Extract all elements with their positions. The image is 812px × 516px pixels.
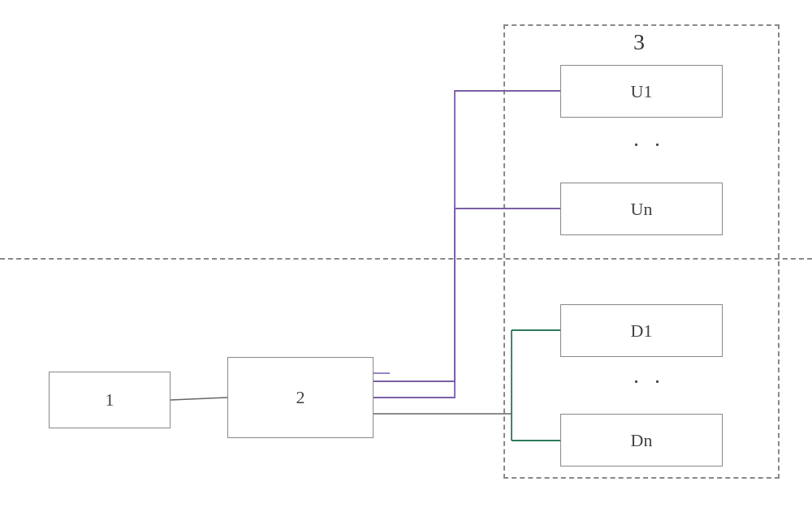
box-dn: Dn <box>560 414 723 467</box>
box-dn-label: Dn <box>631 430 653 451</box>
box-u1-label: U1 <box>631 81 653 102</box>
dots-lower: · · <box>633 369 665 395</box>
box-2: 2 <box>227 357 374 438</box>
group-label: 3 <box>633 29 645 55</box>
box-d1-label: D1 <box>631 320 653 342</box>
box-un-label: Un <box>631 199 653 220</box>
box-2-label: 2 <box>296 387 305 408</box>
box-u1: U1 <box>560 65 723 118</box>
box-1-label: 1 <box>106 389 114 411</box>
box-d1: D1 <box>560 304 723 357</box>
diagram-canvas: 3 1 2 U1 · · Un D1 · · Dn <box>0 0 812 516</box>
box-un: Un <box>560 183 723 235</box>
svg-line-0 <box>171 398 227 400</box>
box-1: 1 <box>49 372 171 428</box>
dots-upper: · · <box>633 132 665 158</box>
